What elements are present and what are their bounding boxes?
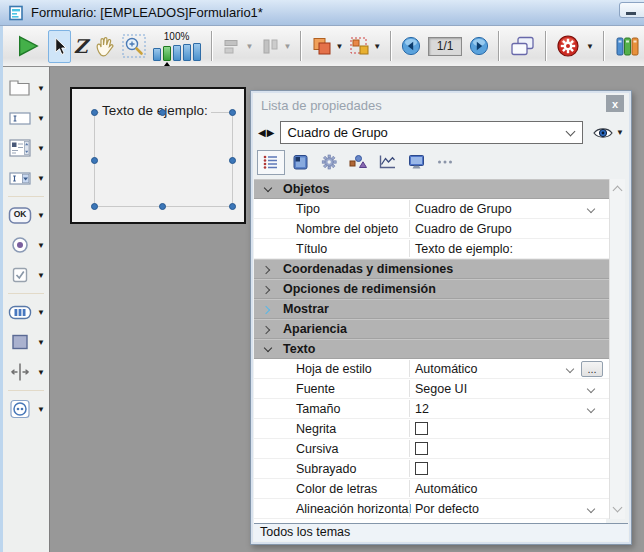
select-tool-button[interactable] — [48, 30, 71, 63]
chevron-down-icon[interactable]: ▼ — [246, 42, 254, 51]
object-selector-combobox[interactable]: Cuadro de Grupo — [280, 121, 583, 144]
distribute-button-disabled[interactable]: ▼ — [257, 29, 295, 63]
align-button-disabled[interactable]: ▼ — [219, 29, 257, 63]
property-row-alineacion-horizontal[interactable]: Alineación horizontal Por defecto — [254, 499, 609, 519]
section-header-objetos[interactable]: Objetos — [254, 179, 609, 199]
chevron-down-icon[interactable]: ▼ — [37, 405, 45, 414]
selection-handle[interactable] — [159, 203, 166, 210]
chevron-down-icon[interactable]: ▼ — [37, 84, 45, 93]
chevron-down-icon[interactable]: ▼ — [37, 144, 45, 153]
section-header-texto[interactable]: Texto — [254, 339, 609, 359]
tool-text-input[interactable]: ▼ — [3, 103, 49, 133]
tool-ok-button[interactable]: OK ▼ — [3, 200, 49, 230]
selection-handle[interactable] — [229, 157, 236, 164]
run-form-button[interactable] — [13, 29, 43, 63]
pan-tool-button[interactable] — [91, 29, 119, 63]
property-row-hoja-de-estilo[interactable]: Hoja de estilo Automático ... — [254, 359, 609, 379]
tab-data[interactable] — [286, 150, 314, 175]
next-page-button[interactable] — [466, 29, 492, 63]
section-header-apariencia[interactable]: Apariencia — [254, 319, 609, 339]
view-options-button[interactable]: ▼ — [592, 126, 624, 140]
ellipsis-button[interactable]: ... — [581, 361, 603, 377]
property-row-titulo[interactable]: Título Texto de ejemplo: — [254, 239, 609, 259]
object-prev-next-icons[interactable]: ◀▶ — [258, 127, 275, 138]
chevron-down-icon[interactable] — [587, 405, 595, 413]
chevron-down-icon[interactable]: ▼ — [37, 308, 45, 317]
chevron-down-icon[interactable]: ▼ — [373, 42, 381, 51]
checkbox-unchecked[interactable] — [415, 422, 428, 435]
settings-button[interactable]: ▼ — [553, 29, 597, 63]
tool-check-box[interactable]: ▼ — [3, 260, 49, 290]
chevron-down-icon[interactable]: ▼ — [37, 241, 45, 250]
tool-button-grid[interactable]: ▼ — [3, 297, 49, 327]
property-row-tamano[interactable]: Tamaño 12 — [254, 399, 609, 419]
group-box-object[interactable]: Texto de ejemplo: — [94, 112, 233, 207]
chevron-down-icon[interactable]: ▼ — [335, 42, 343, 51]
chevron-down-icon[interactable] — [587, 205, 595, 213]
tab-display[interactable] — [402, 150, 430, 175]
tab-more[interactable] — [431, 150, 459, 175]
badge-tool-button[interactable]: Z — [71, 29, 91, 63]
page-indicator-field[interactable]: 1/1 — [428, 37, 462, 56]
chevron-down-icon[interactable]: ▼ — [586, 42, 594, 51]
chevron-down-icon[interactable] — [587, 385, 595, 393]
selection-handle[interactable] — [91, 157, 98, 164]
property-row-subrayado[interactable]: Subrayado — [254, 459, 609, 479]
tool-group-box[interactable]: ▼ — [3, 73, 49, 103]
section-header-coordenadas[interactable]: Coordenadas y dimensiones — [254, 259, 609, 279]
chevron-down-icon[interactable]: ▼ — [284, 42, 292, 51]
property-row-fuente[interactable]: Fuente Segoe UI — [254, 379, 609, 399]
chevron-down-icon[interactable]: ▼ — [37, 114, 45, 123]
close-button[interactable]: x — [606, 95, 624, 112]
checkbox-unchecked[interactable] — [415, 442, 428, 455]
panel-footer[interactable]: Todos los temas — [254, 523, 628, 541]
property-row-cursiva[interactable]: Cursiva — [254, 439, 609, 459]
selection-handle[interactable] — [91, 203, 98, 210]
tool-splitter[interactable]: ▼ — [3, 357, 49, 387]
tool-radio-button[interactable]: ▼ — [3, 230, 49, 260]
section-header-redimension[interactable]: Opciones de redimensión — [254, 279, 609, 299]
tab-property-list[interactable] — [257, 150, 285, 175]
form-canvas[interactable]: Texto de ejemplo: — [70, 87, 246, 224]
scroll-down-icon[interactable] — [613, 503, 623, 513]
tool-list-box[interactable]: ▼ — [3, 133, 49, 163]
property-row-negrita[interactable]: Negrita — [254, 419, 609, 439]
chevron-down-icon[interactable]: ▼ — [37, 338, 45, 347]
property-row-color-de-letras[interactable]: Color de letras Automático — [254, 479, 609, 499]
zoom-bar[interactable] — [193, 43, 201, 61]
property-row-nombre[interactable]: Nombre del objeto Cuadro de Grupo — [254, 219, 609, 239]
form-pages-button[interactable] — [506, 29, 539, 63]
chevron-down-icon[interactable] — [566, 365, 574, 373]
section-header-mostrar[interactable]: Mostrar — [254, 299, 609, 319]
chevron-down-icon[interactable]: ▼ — [37, 271, 45, 280]
zoom-level-widget[interactable]: 100% — [153, 32, 201, 61]
minimize-button[interactable] — [619, 2, 644, 18]
selection-handle[interactable] — [91, 109, 98, 116]
chevron-down-icon[interactable]: ▼ — [37, 211, 45, 220]
tab-objects[interactable] — [344, 150, 372, 175]
chevron-down-icon[interactable]: ▼ — [37, 368, 45, 377]
previous-page-button[interactable] — [398, 29, 424, 63]
selection-handle[interactable] — [229, 109, 236, 116]
selection-handle[interactable] — [159, 109, 166, 116]
zoom-tool-button[interactable] — [119, 29, 149, 63]
zoom-bar-current[interactable] — [163, 46, 171, 61]
scroll-up-icon[interactable] — [613, 186, 623, 196]
tool-rectangle[interactable]: ▼ — [3, 327, 49, 357]
zoom-bar[interactable] — [153, 48, 161, 61]
tab-settings[interactable] — [315, 150, 343, 175]
panel-scrollbar[interactable] — [609, 179, 625, 519]
chevron-down-icon[interactable] — [587, 505, 595, 513]
checkbox-unchecked[interactable] — [415, 462, 428, 475]
chevron-down-icon[interactable]: ▼ — [37, 174, 45, 183]
zoom-bars[interactable] — [153, 43, 201, 61]
zoom-bar[interactable] — [173, 45, 181, 61]
property-row-tipo[interactable]: Tipo Cuadro de Grupo — [254, 199, 609, 219]
tool-plugin-area[interactable]: ▼ — [3, 394, 49, 424]
tool-combo-box[interactable]: ▼ — [3, 163, 49, 193]
level-button[interactable]: ▼ — [308, 29, 346, 63]
selection-handle[interactable] — [229, 203, 236, 210]
library-button[interactable] — [611, 29, 644, 63]
zoom-bar[interactable] — [183, 44, 191, 61]
tab-events[interactable] — [373, 150, 401, 175]
